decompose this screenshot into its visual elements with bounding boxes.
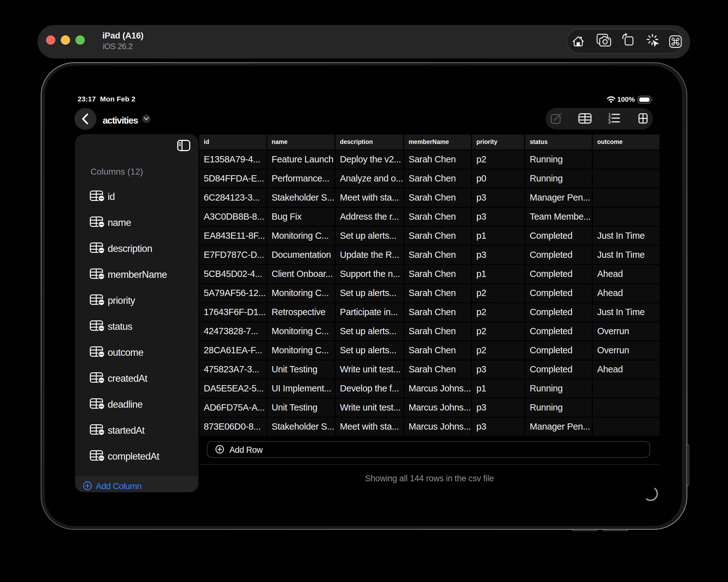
svg-text:3: 3 <box>608 120 611 124</box>
